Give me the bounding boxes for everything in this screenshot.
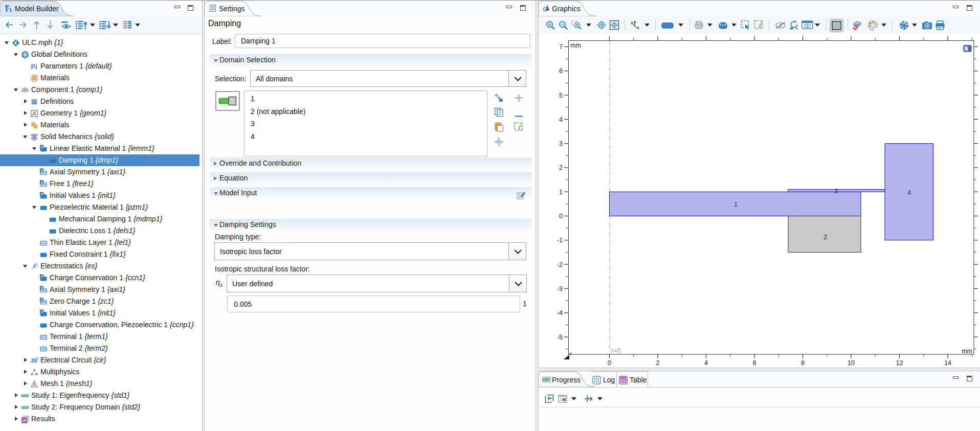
- svg-text:7: 7: [559, 43, 563, 51]
- svg-text:2: 2: [823, 234, 827, 241]
- svg-text:-5: -5: [557, 334, 563, 341]
- svg-text:2: 2: [656, 359, 660, 367]
- svg-text:4: 4: [704, 359, 708, 367]
- svg-text:2: 2: [559, 164, 563, 171]
- svg-text:1: 1: [734, 201, 738, 208]
- svg-text:-3: -3: [557, 285, 563, 292]
- svg-text:3: 3: [559, 140, 563, 147]
- svg-text:r=0: r=0: [611, 347, 620, 354]
- svg-text:-4: -4: [557, 309, 563, 316]
- svg-text:5: 5: [559, 92, 563, 99]
- svg-text:0: 0: [559, 213, 563, 220]
- svg-text:1: 1: [559, 189, 563, 196]
- svg-text:0: 0: [608, 359, 611, 367]
- svg-text:-1: -1: [557, 237, 563, 244]
- svg-text:3: 3: [834, 188, 838, 195]
- svg-text:4: 4: [907, 189, 911, 196]
- svg-text:6: 6: [753, 359, 756, 367]
- svg-text:mm: mm: [962, 348, 972, 355]
- svg-text:12: 12: [896, 359, 903, 367]
- svg-text:8: 8: [801, 359, 805, 367]
- svg-text:6: 6: [559, 67, 563, 75]
- svg-text:4: 4: [559, 116, 563, 123]
- svg-text:mm: mm: [570, 42, 581, 49]
- svg-text:14: 14: [944, 359, 951, 367]
- svg-text:10: 10: [848, 359, 855, 367]
- svg-text:-2: -2: [557, 261, 563, 268]
